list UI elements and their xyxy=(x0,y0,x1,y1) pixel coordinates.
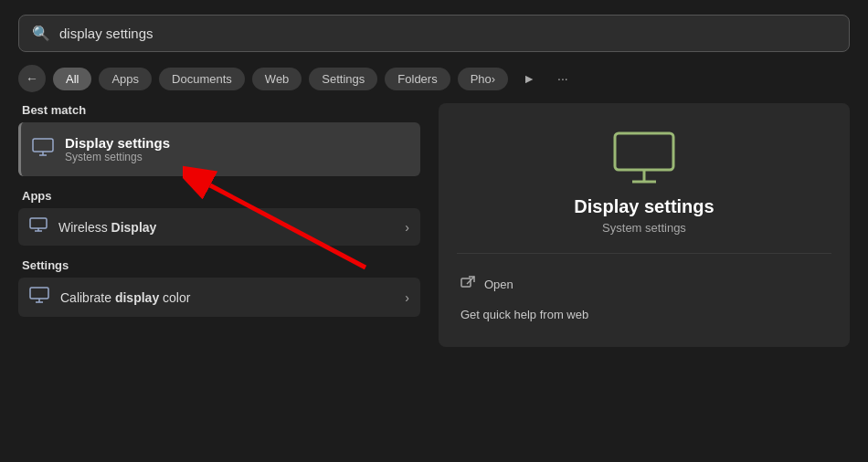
right-panel-subtitle: System settings xyxy=(602,221,686,235)
open-label: Open xyxy=(484,278,513,291)
tab-apps[interactable]: Apps xyxy=(99,68,152,90)
best-match-title: Display settings xyxy=(65,135,170,151)
right-panel-title: Display settings xyxy=(574,196,714,217)
help-action[interactable]: Get quick help from web xyxy=(457,300,831,329)
tab-photos[interactable]: Pho› xyxy=(458,68,508,90)
more-button[interactable]: ··· xyxy=(550,67,576,90)
tab-settings[interactable]: Settings xyxy=(309,68,377,90)
svg-rect-0 xyxy=(33,139,53,152)
svg-rect-3 xyxy=(30,218,47,228)
search-bar[interactable]: 🔍 display settings xyxy=(18,15,850,52)
apps-section: Apps Wireless Display › xyxy=(18,189,420,246)
svg-rect-11 xyxy=(615,133,673,170)
help-label: Get quick help from web xyxy=(460,308,588,321)
best-match-subtitle: System settings xyxy=(65,151,170,163)
right-panel-icon xyxy=(612,131,676,185)
open-icon xyxy=(460,276,475,293)
tab-documents[interactable]: Documents xyxy=(159,68,245,90)
apps-section-label: Apps xyxy=(18,189,420,203)
settings-section: Settings Calibrate display color › xyxy=(18,258,420,317)
right-panel-divider xyxy=(457,253,831,254)
calibrate-display-label: Calibrate display color xyxy=(60,290,394,305)
wireless-display-label: Wireless Display xyxy=(58,220,394,235)
calibrate-icon xyxy=(29,287,49,308)
chevron-right-icon: › xyxy=(405,220,409,235)
right-panel: Display settings System settings Open Ge… xyxy=(439,103,850,347)
right-panel-actions: Open Get quick help from web xyxy=(457,268,831,329)
wireless-display-item[interactable]: Wireless Display › xyxy=(18,208,420,246)
settings-section-label: Settings xyxy=(18,258,420,272)
back-button[interactable]: ← xyxy=(18,65,46,92)
scroll-right-button[interactable]: ► xyxy=(515,67,543,90)
tab-web[interactable]: Web xyxy=(252,68,302,90)
search-icon: 🔍 xyxy=(32,25,50,42)
tab-all[interactable]: All xyxy=(53,68,91,90)
calibrate-display-item[interactable]: Calibrate display color › xyxy=(18,278,420,317)
left-panel: Best match Display settings System setti… xyxy=(18,103,420,347)
filter-tabs: ← All Apps Documents Web Settings Folder… xyxy=(0,65,868,103)
calibrate-chevron-icon: › xyxy=(405,290,409,305)
best-match-item-info: Display settings System settings xyxy=(65,135,170,163)
open-action[interactable]: Open xyxy=(457,268,831,300)
tab-folders[interactable]: Folders xyxy=(385,68,450,90)
search-input[interactable]: display settings xyxy=(59,26,836,41)
wireless-display-icon xyxy=(29,217,48,236)
best-match-section-label: Best match xyxy=(18,103,420,117)
best-match-item[interactable]: Display settings System settings xyxy=(18,122,420,176)
svg-rect-6 xyxy=(30,288,48,299)
display-icon xyxy=(32,138,54,162)
main-content: Best match Display settings System setti… xyxy=(0,103,868,347)
